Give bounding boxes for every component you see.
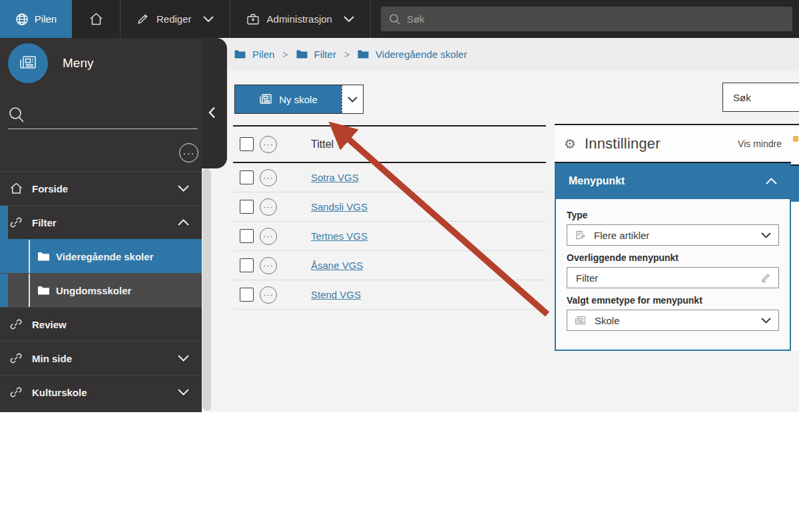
chevron-down-icon	[178, 355, 189, 362]
row-actions-icon[interactable]: ···	[260, 169, 277, 186]
row-actions-icon[interactable]: ···	[260, 228, 277, 245]
settings-body: Type Flere artikler Overliggende me	[555, 199, 791, 351]
search-icon	[389, 13, 401, 25]
breadcrumb: Pilen > Filter > Videregående skoler	[202, 38, 799, 71]
school-link[interactable]: Åsane VGS	[311, 260, 363, 271]
newspaper-icon	[259, 93, 272, 105]
settings-panel: ⚙ Innstillinger Vis mindre Menypunkt Typ…	[555, 124, 791, 351]
field-label-overliggende: Overliggende menypunkt	[567, 252, 779, 263]
right-panel-section-header	[791, 164, 799, 202]
sidebar-item-kulturskole[interactable]: Kulturskole	[0, 375, 202, 409]
parent-menu-value: Filter	[576, 272, 598, 284]
row-actions-icon[interactable]: ···	[260, 257, 277, 274]
sidebar-nav: Forside Filter	[0, 171, 202, 409]
school-link[interactable]: Stend VGS	[311, 289, 361, 300]
table-row: ··· Tertnes VGS	[233, 222, 546, 251]
sidebar-more-button[interactable]: ···	[179, 143, 198, 162]
breadcrumb-label: Filter	[314, 49, 336, 60]
field-label-type: Type	[567, 210, 779, 220]
breadcrumb-item-pilen[interactable]: Pilen	[234, 49, 274, 60]
home-button[interactable]	[72, 0, 121, 38]
global-search-placeholder: Søk	[407, 13, 425, 25]
menypunkt-section-label: Menypunkt	[569, 175, 625, 187]
brand-label: Pilen	[35, 13, 57, 25]
menu-sidebar: Meny ··· Forside	[0, 38, 202, 412]
select-all-checkbox[interactable]	[240, 137, 254, 151]
newspaper-icon	[575, 316, 586, 326]
emnetype-value: Skole	[595, 315, 620, 326]
sidebar-title: Meny	[63, 56, 93, 71]
chevron-left-icon	[208, 107, 216, 121]
sidebar-item-label: Videregående skoler	[56, 251, 153, 262]
table-row: ··· Sandsli VGS	[233, 192, 546, 222]
folder-icon	[358, 50, 369, 59]
menu-rediger-label: Rediger	[156, 13, 192, 25]
sidebar-item-label: Review	[32, 319, 67, 330]
sidebar-item-label: Min side	[32, 353, 72, 364]
breadcrumb-item-videregaende-skoler[interactable]: Videregående skoler	[358, 49, 467, 60]
global-search-input[interactable]: Søk	[381, 7, 792, 31]
row-checkbox[interactable]	[240, 200, 254, 214]
sidebar-item-min-side[interactable]: Min side	[0, 341, 202, 375]
link-icon	[10, 352, 22, 364]
list-search-button[interactable]: Søk	[722, 83, 799, 112]
sidebar-collapse-tab[interactable]	[201, 38, 227, 168]
sidebar-item-ungdomsskoler[interactable]: Ungdomsskoler	[0, 273, 202, 307]
sidebar-item-forside[interactable]: Forside	[0, 171, 202, 205]
table-header-row: ··· Tittel	[233, 125, 546, 163]
column-header-tittel: Tittel	[311, 138, 334, 150]
sidebar-item-videregaende-skoler[interactable]: Videregående skoler	[0, 239, 202, 273]
sidebar-item-label: Kulturskole	[32, 387, 87, 398]
globe-icon	[15, 13, 29, 26]
schools-table: ··· Tittel ··· Sotra VGS ··· Sandsli VGS…	[233, 125, 546, 310]
brand-button[interactable]: Pilen	[0, 0, 72, 38]
breadcrumb-label: Pilen	[252, 49, 274, 60]
article-icon	[575, 230, 585, 240]
edit-pencil-icon	[760, 272, 771, 284]
chevron-down-icon	[761, 232, 771, 238]
school-link[interactable]: Sotra VGS	[311, 172, 359, 183]
row-actions-icon[interactable]: ···	[260, 136, 277, 153]
sidebar-item-review[interactable]: Review	[0, 307, 202, 341]
sidebar-item-label: Forside	[32, 183, 68, 194]
breadcrumb-item-filter[interactable]: Filter	[296, 49, 336, 60]
show-less-link[interactable]: Vis mindre	[738, 138, 782, 149]
chevron-down-icon	[203, 16, 214, 22]
row-actions-icon[interactable]: ···	[260, 198, 277, 216]
new-school-label: Ny skole	[279, 94, 318, 105]
row-checkbox[interactable]	[240, 170, 254, 184]
app-screen: Pilen Rediger	[0, 0, 799, 532]
sidebar-search-input[interactable]	[8, 101, 198, 129]
menu-app-icon[interactable]	[8, 43, 48, 83]
row-checkbox[interactable]	[240, 288, 254, 302]
parent-menu-input[interactable]: Filter	[567, 267, 779, 288]
home-icon	[10, 183, 23, 194]
menypunkt-section-header[interactable]: Menypunkt	[555, 163, 791, 199]
chevron-down-icon	[178, 185, 189, 192]
table-row: ··· Sotra VGS	[233, 163, 546, 192]
folder-icon	[37, 286, 50, 296]
menu-administrasjon[interactable]: Administrasjon	[230, 0, 371, 38]
type-select[interactable]: Flere artikler	[567, 224, 779, 246]
main-content: Ny skole Søk ··· Tittel ··· Sotra VGS ··	[202, 71, 799, 412]
row-checkbox[interactable]	[240, 258, 254, 272]
new-school-button[interactable]: Ny skole	[235, 85, 342, 113]
school-link[interactable]: Sandsli VGS	[311, 201, 368, 212]
type-value: Flere artikler	[594, 230, 649, 241]
menu-rediger[interactable]: Rediger	[121, 0, 230, 38]
breadcrumb-separator: >	[344, 49, 350, 60]
sidebar-item-filter[interactable]: Filter	[0, 205, 202, 239]
field-label-emnetype: Valgt emnetype for menypunkt	[567, 295, 779, 306]
row-actions-icon[interactable]: ···	[260, 286, 277, 304]
link-icon	[10, 318, 22, 330]
sidebar-scrollbar[interactable]	[202, 168, 211, 411]
new-school-dropdown-toggle[interactable]	[342, 85, 363, 113]
search-icon	[8, 106, 25, 125]
home-icon	[89, 13, 103, 25]
table-row: ··· Stend VGS	[233, 280, 546, 310]
school-link[interactable]: Tertnes VGS	[311, 230, 368, 242]
row-checkbox[interactable]	[240, 229, 254, 243]
new-school-split-button: Ny skole	[234, 85, 364, 114]
emnetype-select[interactable]: Skole	[567, 310, 779, 331]
breadcrumb-separator: >	[282, 49, 288, 60]
